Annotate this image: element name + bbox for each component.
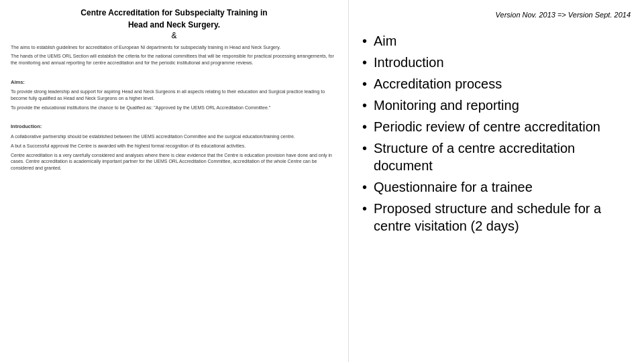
- doc-section-aims: Aims:: [11, 79, 337, 86]
- list-item-accreditation-text: Accreditation process: [374, 75, 502, 93]
- list-item-introduction-text: Introduction: [374, 54, 444, 71]
- page-container: Centre Accreditation for Subspecialty Tr…: [0, 0, 644, 362]
- list-item-introduction: Introduction: [362, 54, 631, 71]
- list-item-aim-text: Aim: [374, 32, 396, 50]
- bullet-list: Aim Introduction Accreditation process M…: [362, 32, 631, 239]
- doc-para-9: Centre accreditation is a very carefully…: [11, 152, 337, 172]
- list-item-proposed-text: Proposed structure and schedule for a ce…: [374, 200, 631, 235]
- list-item-questionnaire: Questionnaire for a trainee: [362, 178, 631, 196]
- list-item-periodic: Periodic review of centre accreditation: [362, 118, 631, 135]
- version-header: Version Nov. 2013 => Version Sept. 2014: [362, 11, 631, 19]
- doc-body: The aims to establish guidelines for acc…: [11, 44, 337, 172]
- doc-title-line1: Centre Accreditation for Subspecialty Tr…: [11, 8, 337, 19]
- list-item-accreditation: Accreditation process: [362, 75, 631, 93]
- doc-para-7: A collaborative partnership should be es…: [11, 133, 337, 140]
- doc-ampersand: &: [11, 31, 337, 40]
- list-item-aim: Aim: [362, 32, 631, 50]
- right-panel: Version Nov. 2013 => Version Sept. 2014 …: [349, 0, 644, 362]
- list-item-proposed: Proposed structure and schedule for a ce…: [362, 200, 631, 235]
- doc-para-3: [11, 69, 337, 76]
- list-item-questionnaire-text: Questionnaire for a trainee: [374, 178, 533, 196]
- doc-section-intro: Introduction:: [11, 123, 337, 131]
- list-item-periodic-text: Periodic review of centre accreditation: [374, 118, 600, 135]
- list-item-monitoring: Monitoring and reporting: [362, 97, 631, 114]
- doc-para-4: To provide strong leadership and support…: [11, 88, 337, 102]
- list-item-structure: Structure of a centre accreditation docu…: [362, 139, 631, 174]
- doc-title-line2: Head and Neck Surgery.: [11, 20, 337, 29]
- doc-para-6: [11, 114, 337, 121]
- list-item-structure-text: Structure of a centre accreditation docu…: [374, 139, 631, 174]
- doc-para-1: The aims to establish guidelines for acc…: [11, 44, 337, 51]
- doc-para-2: The hands of the UEMS ORL Section will e…: [11, 53, 337, 66]
- doc-para-5: To provide the educational institutions …: [11, 105, 337, 111]
- left-panel: Centre Accreditation for Subspecialty Tr…: [0, 0, 349, 362]
- doc-para-8: A but a Successful approval the Centre i…: [11, 143, 337, 149]
- list-item-monitoring-text: Monitoring and reporting: [374, 97, 519, 114]
